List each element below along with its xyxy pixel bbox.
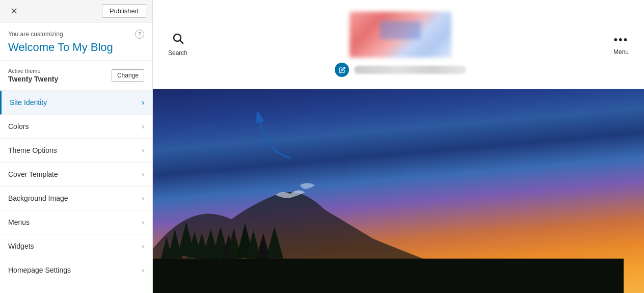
site-logo	[350, 12, 451, 58]
chevron-right-icon: ›	[142, 266, 144, 274]
menu-dots-icon[interactable]: •••	[613, 33, 628, 46]
landscape-background	[153, 89, 644, 293]
top-bar: ✕ Published	[0, 0, 152, 22]
sidebar-item-homepage-settings[interactable]: Homepage Settings ›	[0, 258, 152, 282]
blog-title: Welcome To My Blog	[8, 41, 144, 54]
theme-name: Twenty Twenty	[8, 75, 58, 83]
sidebar-item-label: Theme Options	[8, 146, 57, 154]
chevron-right-icon: ›	[142, 146, 144, 154]
help-icon[interactable]: ?	[135, 30, 144, 39]
active-theme-label: Active theme	[8, 68, 58, 74]
sidebar-item-label: Widgets	[8, 242, 34, 250]
preview-header: Search ••• Menu	[153, 0, 644, 89]
svg-line-1	[180, 41, 183, 44]
search-label: Search	[168, 49, 187, 57]
active-theme-section: Active theme Twenty Twenty Change	[0, 61, 152, 91]
sidebar-item-menus[interactable]: Menus ›	[0, 210, 152, 234]
search-area: Search	[168, 32, 187, 57]
menu-label: Menu	[613, 48, 629, 56]
preview-area: Search ••• Menu	[153, 0, 644, 293]
change-theme-button[interactable]: Change	[112, 69, 144, 82]
chevron-right-icon: ›	[142, 98, 144, 106]
sidebar-item-label: Menus	[8, 218, 30, 226]
sidebar-item-label: Cover Template	[8, 170, 58, 178]
logo-area	[335, 12, 466, 77]
search-icon[interactable]	[172, 32, 184, 47]
published-button[interactable]: Published	[102, 4, 146, 18]
menu-nav-area: ••• Menu	[613, 33, 629, 56]
sidebar-item-background-image[interactable]: Background Image ›	[0, 187, 152, 210]
site-tagline	[354, 66, 466, 74]
customizing-info: You are customizing ? Welcome To My Blog	[0, 22, 152, 61]
close-button[interactable]: ✕	[6, 5, 22, 18]
edit-pencil-icon[interactable]	[335, 63, 349, 77]
chevron-right-icon: ›	[142, 170, 144, 178]
sidebar-item-site-identity[interactable]: Site Identity ›	[0, 91, 152, 115]
chevron-right-icon: ›	[142, 242, 144, 250]
customizing-text: You are customizing	[8, 31, 63, 38]
chevron-right-icon: ›	[142, 218, 144, 226]
active-theme-info: Active theme Twenty Twenty	[8, 68, 58, 83]
sidebar-item-colors[interactable]: Colors ›	[0, 115, 152, 139]
tree-silhouettes	[153, 161, 624, 293]
panel-scroll[interactable]: Site Identity › Colors › Theme Options ›…	[0, 91, 152, 293]
customizing-label: You are customizing ?	[8, 30, 144, 39]
sidebar-item-widgets[interactable]: Widgets ›	[0, 234, 152, 258]
sidebar-item-theme-options[interactable]: Theme Options ›	[0, 139, 152, 163]
customizer-panel: ✕ Published You are customizing ? Welcom…	[0, 0, 153, 293]
chevron-right-icon: ›	[142, 194, 144, 202]
site-tagline-row	[335, 63, 466, 77]
chevron-right-icon: ›	[142, 122, 144, 130]
sidebar-item-label: Homepage Settings	[8, 266, 71, 274]
sidebar-item-label: Site Identity	[10, 98, 47, 106]
menu-items-container: Site Identity › Colors › Theme Options ›…	[0, 91, 152, 282]
sidebar-item-label: Background Image	[8, 194, 68, 202]
sidebar-item-cover-template[interactable]: Cover Template ›	[0, 163, 152, 187]
svg-rect-15	[153, 259, 624, 293]
sidebar-item-label: Colors	[8, 122, 29, 130]
